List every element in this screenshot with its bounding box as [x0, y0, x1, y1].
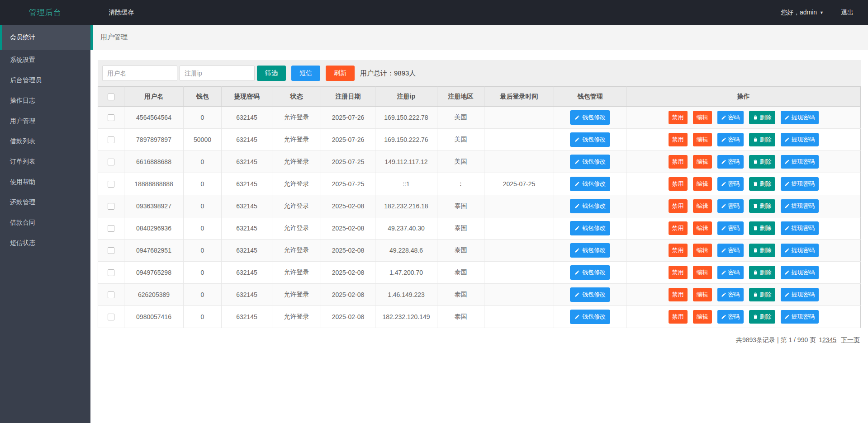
pencil-icon — [784, 248, 790, 253]
refresh-button[interactable]: 刷新 — [326, 66, 355, 81]
row-action-button-删除[interactable]: 删除 — [749, 111, 775, 124]
row-action-button-提现密码[interactable]: 提现密码 — [781, 199, 819, 213]
row-action-button-删除[interactable]: 删除 — [749, 266, 775, 279]
wallet-edit-button[interactable]: 钱包修改 — [570, 155, 610, 169]
pagination-page-link-2[interactable]: 2 — [822, 336, 826, 343]
wallet-edit-button[interactable]: 钱包修改 — [570, 287, 610, 302]
wallet-edit-button[interactable]: 钱包修改 — [570, 110, 610, 125]
row-action-button-禁用[interactable]: 禁用 — [669, 244, 688, 257]
row-action-button-删除[interactable]: 删除 — [749, 244, 775, 257]
wallet-edit-button[interactable]: 钱包修改 — [570, 177, 610, 191]
register-ip-filter-input[interactable] — [180, 66, 255, 81]
select-all-checkbox[interactable] — [108, 94, 114, 100]
row-action-button-密码[interactable]: 密码 — [717, 155, 744, 169]
username-filter-input[interactable] — [102, 66, 177, 81]
row-action-button-禁用[interactable]: 禁用 — [669, 266, 688, 279]
row-action-button-编辑[interactable]: 编辑 — [693, 288, 712, 301]
row-action-button-密码[interactable]: 密码 — [717, 111, 744, 124]
row-action-button-删除[interactable]: 删除 — [749, 221, 775, 235]
row-action-button-提现密码[interactable]: 提现密码 — [781, 266, 819, 279]
row-checkbox[interactable] — [108, 247, 114, 254]
clear-cache-menu-item[interactable]: 清除缓存 — [109, 9, 134, 17]
row-checkbox[interactable] — [108, 159, 114, 165]
sidebar-item-还款管理[interactable]: 还款管理 — [0, 192, 90, 212]
pagination-page-link-5[interactable]: 5 — [833, 336, 836, 343]
app-brand[interactable]: 管理后台 — [0, 7, 90, 18]
row-action-button-密码[interactable]: 密码 — [717, 199, 744, 213]
row-action-button-编辑[interactable]: 编辑 — [693, 266, 712, 279]
wallet-edit-button[interactable]: 钱包修改 — [570, 132, 610, 147]
row-action-button-禁用[interactable]: 禁用 — [669, 221, 688, 235]
user-menu[interactable]: 您好，admin ▼ — [781, 9, 824, 17]
row-action-button-编辑[interactable]: 编辑 — [693, 310, 712, 324]
row-action-button-编辑[interactable]: 编辑 — [693, 177, 712, 191]
row-action-button-禁用[interactable]: 禁用 — [669, 288, 688, 301]
sidebar-item-短信状态[interactable]: 短信状态 — [0, 233, 90, 253]
row-checkbox[interactable] — [108, 181, 114, 188]
row-checkbox[interactable] — [108, 291, 114, 298]
row-action-button-编辑[interactable]: 编辑 — [693, 155, 712, 169]
row-action-button-删除[interactable]: 删除 — [749, 199, 775, 213]
row-action-button-密码[interactable]: 密码 — [717, 288, 744, 301]
wallet-edit-label: 钱包修改 — [582, 158, 606, 166]
pagination-page-link-3[interactable]: 3 — [826, 336, 830, 343]
row-action-button-编辑[interactable]: 编辑 — [693, 133, 712, 146]
row-action-button-提现密码[interactable]: 提现密码 — [781, 155, 819, 169]
row-checkbox[interactable] — [108, 114, 114, 121]
row-action-button-提现密码[interactable]: 提现密码 — [781, 288, 819, 301]
row-action-button-删除[interactable]: 删除 — [749, 133, 775, 146]
sidebar-item-系统设置[interactable]: 系统设置 — [0, 50, 90, 70]
row-action-button-提现密码[interactable]: 提现密码 — [781, 244, 819, 257]
row-action-button-提现密码[interactable]: 提现密码 — [781, 133, 819, 146]
row-action-button-禁用[interactable]: 禁用 — [669, 199, 688, 213]
row-action-button-密码[interactable]: 密码 — [717, 310, 744, 324]
row-action-label: 编辑 — [697, 202, 708, 210]
logout-button[interactable]: 退出 — [841, 9, 854, 17]
row-action-button-编辑[interactable]: 编辑 — [693, 221, 712, 235]
sidebar-item-会员统计[interactable]: 会员统计 — [0, 25, 90, 50]
wallet-edit-button[interactable]: 钱包修改 — [570, 265, 610, 280]
row-action-button-编辑[interactable]: 编辑 — [693, 244, 712, 257]
filter-button[interactable]: 筛选 — [257, 66, 286, 81]
row-action-button-密码[interactable]: 密码 — [717, 266, 744, 279]
row-action-button-提现密码[interactable]: 提现密码 — [781, 310, 819, 324]
row-action-button-删除[interactable]: 删除 — [749, 288, 775, 301]
row-action-button-密码[interactable]: 密码 — [717, 244, 744, 257]
row-action-button-禁用[interactable]: 禁用 — [669, 155, 688, 169]
pagination-next-link[interactable]: 下一页 — [841, 336, 860, 343]
wallet-edit-button[interactable]: 钱包修改 — [570, 243, 610, 258]
row-action-button-编辑[interactable]: 编辑 — [693, 111, 712, 124]
row-action-button-提现密码[interactable]: 提现密码 — [781, 111, 819, 124]
row-action-button-密码[interactable]: 密码 — [717, 133, 744, 146]
sidebar-item-使用帮助[interactable]: 使用帮助 — [0, 172, 90, 192]
row-checkbox[interactable] — [108, 269, 114, 276]
row-action-button-密码[interactable]: 密码 — [717, 177, 744, 191]
row-action-button-提现密码[interactable]: 提现密码 — [781, 177, 819, 191]
sidebar-item-订单列表[interactable]: 订单列表 — [0, 151, 90, 172]
sidebar-item-用户管理[interactable]: 用户管理 — [0, 111, 90, 131]
row-action-button-提现密码[interactable]: 提现密码 — [781, 221, 819, 235]
wallet-edit-button[interactable]: 钱包修改 — [570, 199, 610, 213]
row-action-button-删除[interactable]: 删除 — [749, 310, 775, 324]
table-row: 6616888688 0 632145 允许登录 2025-07-25 149.… — [98, 151, 861, 173]
row-action-button-禁用[interactable]: 禁用 — [669, 111, 688, 124]
sidebar-item-后台管理员[interactable]: 后台管理员 — [0, 70, 90, 90]
row-action-button-禁用[interactable]: 禁用 — [669, 177, 688, 191]
row-checkbox[interactable] — [108, 136, 114, 143]
sidebar: 会员统计 系统设置 后台管理员 操作日志 用户管理 借款列表 订单列表 使用帮助… — [0, 25, 90, 423]
sidebar-item-操作日志[interactable]: 操作日志 — [0, 90, 90, 111]
row-checkbox[interactable] — [108, 203, 114, 210]
row-action-button-禁用[interactable]: 禁用 — [669, 310, 688, 324]
row-action-button-编辑[interactable]: 编辑 — [693, 199, 712, 213]
row-checkbox[interactable] — [108, 225, 114, 232]
row-action-button-删除[interactable]: 删除 — [749, 155, 775, 169]
row-action-button-删除[interactable]: 删除 — [749, 177, 775, 191]
row-checkbox[interactable] — [108, 314, 114, 320]
row-action-button-禁用[interactable]: 禁用 — [669, 133, 688, 146]
wallet-edit-button[interactable]: 钱包修改 — [570, 310, 610, 324]
sidebar-item-借款列表[interactable]: 借款列表 — [0, 131, 90, 151]
sidebar-item-借款合同[interactable]: 借款合同 — [0, 212, 90, 233]
wallet-edit-button[interactable]: 钱包修改 — [570, 221, 610, 235]
row-action-button-密码[interactable]: 密码 — [717, 221, 744, 235]
sms-button[interactable]: 短信 — [291, 66, 320, 81]
